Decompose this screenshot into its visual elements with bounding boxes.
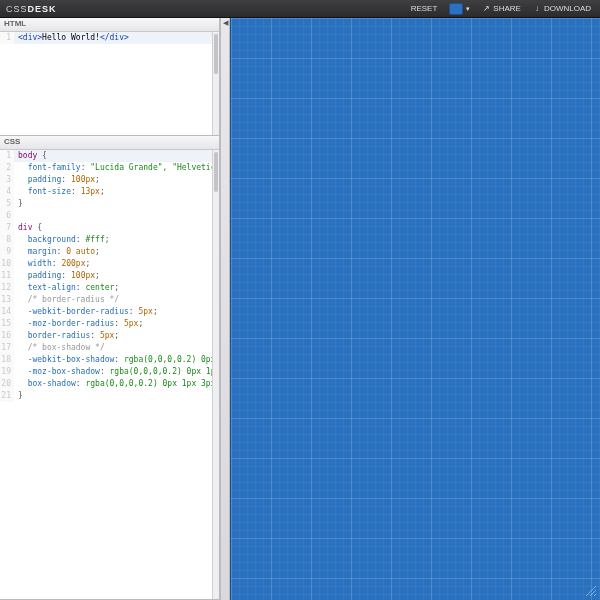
swatch-icon xyxy=(449,3,463,15)
download-button[interactable]: ↓ DOWNLOAD xyxy=(530,2,594,15)
preview-pane xyxy=(230,18,600,600)
html-pane-header: HTML xyxy=(0,18,219,32)
main: HTML 1<div>Hello World!</div> CSS 1body … xyxy=(0,18,600,600)
share-button[interactable]: ↗ SHARE xyxy=(479,2,524,15)
html-pane: HTML 1<div>Hello World!</div> xyxy=(0,18,219,136)
share-icon: ↗ xyxy=(482,4,490,13)
toolbar: CSSDESK RESET ▾ ↗ SHARE ↓ DOWNLOAD xyxy=(0,0,600,18)
reset-button[interactable]: RESET xyxy=(408,2,441,15)
css-editor[interactable]: 1body {2 font-family: "Lucida Grande", "… xyxy=(0,150,219,599)
pane-resize-handle[interactable]: ◀ xyxy=(220,18,230,600)
background-picker[interactable]: ▾ xyxy=(446,1,473,17)
scrollbar[interactable] xyxy=(212,150,219,599)
collapse-icon: ◀ xyxy=(222,20,228,26)
download-icon: ↓ xyxy=(533,4,541,13)
html-editor[interactable]: 1<div>Hello World!</div> xyxy=(0,32,219,135)
logo-bold: DESK xyxy=(28,4,57,14)
logo-pre: CSS xyxy=(6,4,28,14)
css-pane: CSS 1body {2 font-family: "Lucida Grande… xyxy=(0,136,219,600)
app-logo: CSSDESK xyxy=(6,4,57,14)
resize-grip-icon[interactable] xyxy=(586,586,596,596)
editors-column: HTML 1<div>Hello World!</div> CSS 1body … xyxy=(0,18,220,600)
css-pane-header: CSS xyxy=(0,136,219,150)
scrollbar[interactable] xyxy=(212,32,219,135)
chevron-down-icon: ▾ xyxy=(466,5,470,13)
